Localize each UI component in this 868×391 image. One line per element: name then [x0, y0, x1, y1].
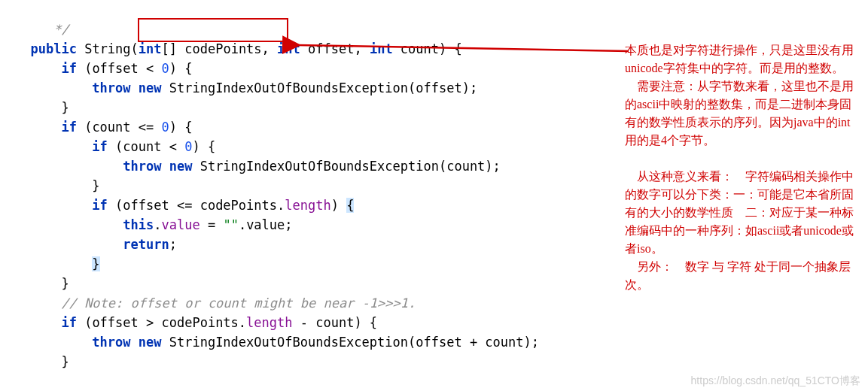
svg-line-0	[297, 45, 629, 51]
annotation-arrow-icon	[290, 29, 636, 59]
annotation-paragraph: 需要注意：从字节数来看，这里也不是用的ascii中映射的整数集，而是二进制本身固…	[625, 77, 858, 150]
code-line: }	[15, 178, 100, 193]
code-line: }	[15, 354, 69, 369]
annotation-paragraph: 本质也是对字符进行操作，只是这里没有用unicode字符集中的字符。而是用的整数…	[625, 41, 858, 77]
annotation-spacer	[625, 150, 858, 168]
code-line: throw new StringIndexOutOfBoundsExceptio…	[15, 80, 477, 95]
watermark-text: https://blog.csdn.net/qq_51CTO博客	[691, 374, 860, 388]
code-line: }	[15, 100, 69, 115]
code-line: if (offset <= codePoints.length) {	[15, 198, 354, 213]
code-line: }	[15, 256, 100, 271]
annotation-paragraph: 另外： 数字 与 字符 处于同一个抽象层次。	[625, 258, 858, 294]
annotation-text: 本质也是对字符进行操作，只是这里没有用unicode字符集中的字符。而是用的整数…	[625, 41, 858, 294]
code-line: this.value = "".value;	[15, 217, 293, 232]
code-line: }	[15, 276, 69, 291]
annotation-paragraph: 从这种意义来看： 字符编码相关操作中的数字可以分下类：一：可能是它本省所固有的大…	[625, 168, 858, 258]
code-editor[interactable]: */ public String(int[] codePoints, int o…	[0, 0, 625, 391]
code-line: if (offset > codePoints.length - count) …	[15, 315, 377, 330]
code-line: if (offset < 0) {	[15, 61, 192, 76]
annotation-box	[138, 18, 288, 42]
code-line: // Note: offset or count might be near -…	[15, 296, 416, 311]
code-line: throw new StringIndexOutOfBoundsExceptio…	[15, 335, 539, 350]
code-line: if (count < 0) {	[15, 139, 215, 154]
code-line: if (count <= 0) {	[15, 120, 192, 135]
code-line: throw new StringIndexOutOfBoundsExceptio…	[15, 159, 501, 174]
code-comment: */	[15, 22, 69, 37]
code-line: return;	[15, 237, 177, 252]
